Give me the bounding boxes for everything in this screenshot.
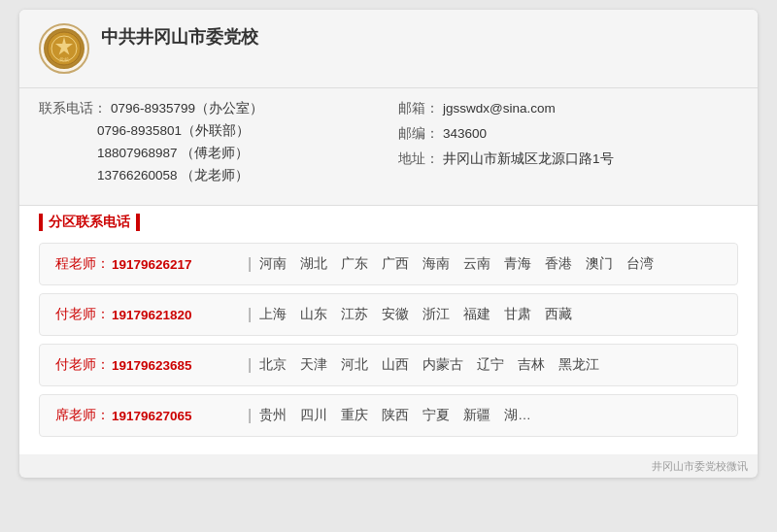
regions-divider: | [248,407,252,424]
section-divider: 分区联系电话 [19,206,758,239]
region-item: 澳门 [586,255,613,273]
teacher-phone: 19179621820 [112,308,192,322]
teacher-info: 席老师：19179627065 [55,407,240,424]
divider-bar-right [136,214,140,231]
teacher-phone: 19179626217 [112,257,192,272]
regional-card: 程老师：19179626217|河南湖北广东广西海南云南青海香港澳门台湾 [39,243,738,285]
region-item: 黑龙江 [558,356,599,374]
regions-divider: | [248,356,252,374]
phone-4: 13766260058 （龙老师） [97,167,379,184]
region-item: 山西 [382,356,409,374]
logo: 党校 [39,23,89,74]
region-item: 西藏 [545,306,572,323]
phone-3: 18807968987 （傅老师） [97,145,379,162]
region-item: 广东 [341,255,368,273]
region-item: 云南 [463,255,490,273]
regions-list: 贵州四川重庆陕西宁夏新疆湖… [259,407,531,424]
phone-2: 0796-8935801（外联部） [97,122,379,140]
regions-list: 北京天津河北山西内蒙古辽宁吉林黑龙江 [259,356,599,374]
main-container: 党校 中共井冈山市委党校 联系电话： 0796-8935799（办公室） 079… [19,10,758,478]
email-label: 邮箱： [398,100,439,117]
regional-cards: 程老师：19179626217|河南湖北广东广西海南云南青海香港澳门台湾付老师：… [19,239,758,454]
regions-list: 上海山东江苏安徽浙江福建甘肃西藏 [259,306,572,323]
watermark-text: 井冈山市委党校微讯 [652,459,748,474]
email-value: jgsswdx@sina.com [443,101,556,116]
region-item: 甘肃 [504,306,531,323]
region-item: 山东 [300,306,327,323]
postal-row: 邮编： 343600 [398,125,738,143]
phone-label: 联系电话： [39,100,107,117]
region-item: 香港 [545,255,572,273]
address-row: 地址： 井冈山市新城区龙源口路1号 [398,150,738,168]
region-item: 陕西 [382,407,409,424]
phone-main-value: 0796-8935799（办公室） [111,100,263,117]
teacher-info: 付老师：19179623685 [55,356,240,374]
regional-card: 付老师：19179623685|北京天津河北山西内蒙古辽宁吉林黑龙江 [39,344,738,386]
region-item: 四川 [300,407,327,424]
region-item: 安徽 [382,306,409,323]
region-item: 河北 [341,356,368,374]
region-item: 吉林 [518,356,545,374]
region-item: 河南 [259,255,287,273]
region-item: 上海 [259,306,287,323]
region-item: 重庆 [341,407,368,424]
contact-left: 联系电话： 0796-8935799（办公室） 0796-8935801（外联部… [39,100,379,189]
postal-value: 343600 [443,126,487,141]
logo-inner: 党校 [44,28,84,69]
teacher-name: 席老师： [55,407,110,424]
header-title: 中共井冈山市委党校 [101,23,258,49]
teacher-info: 付老师：19179621820 [55,306,240,323]
section-title: 分区联系电话 [49,214,130,231]
region-item: 江苏 [341,306,368,323]
regions-list: 河南湖北广东广西海南云南青海香港澳门台湾 [259,255,654,273]
address-label: 地址： [398,150,439,168]
watermark-bar: 井冈山市委党校微讯 [19,454,758,478]
teacher-phone: 19179627065 [112,409,192,423]
teacher-info: 程老师：19179626217 [55,255,240,273]
region-item: 宁夏 [422,407,450,424]
region-item: 浙江 [422,306,450,323]
region-item: 广西 [382,255,409,273]
phone-main-row: 联系电话： 0796-8935799（办公室） [39,100,379,117]
postal-label: 邮编： [398,125,439,143]
teacher-phone: 19179623685 [112,358,192,373]
region-item: 福建 [463,306,490,323]
region-item: 新疆 [463,407,490,424]
regional-card: 席老师：19179627065|贵州四川重庆陕西宁夏新疆湖… [39,394,738,437]
region-item: 天津 [300,356,327,374]
header-section: 党校 中共井冈山市委党校 [19,10,758,88]
region-item: 辽宁 [477,356,504,374]
email-row: 邮箱： jgsswdx@sina.com [398,100,738,117]
divider-bar-left [39,214,43,231]
region-item: 北京 [259,356,287,374]
teacher-name: 付老师： [55,306,110,323]
region-item: 台湾 [626,255,654,273]
regions-divider: | [248,306,252,323]
address-value: 井冈山市新城区龙源口路1号 [443,150,614,168]
regional-card: 付老师：19179621820|上海山东江苏安徽浙江福建甘肃西藏 [39,293,738,336]
svg-text:党校: 党校 [59,56,69,62]
region-item: 贵州 [259,407,287,424]
region-item: 青海 [504,255,531,273]
teacher-name: 程老师： [55,255,110,273]
region-item: 湖北 [300,255,327,273]
contact-right: 邮箱： jgsswdx@sina.com 邮编： 343600 地址： 井冈山市… [379,100,738,189]
region-item: 湖… [504,407,531,424]
regions-divider: | [248,255,252,273]
region-item: 内蒙古 [422,356,463,374]
teacher-name: 付老师： [55,356,110,374]
region-item: 海南 [422,255,450,273]
contact-section: 联系电话： 0796-8935799（办公室） 0796-8935801（外联部… [19,88,758,206]
